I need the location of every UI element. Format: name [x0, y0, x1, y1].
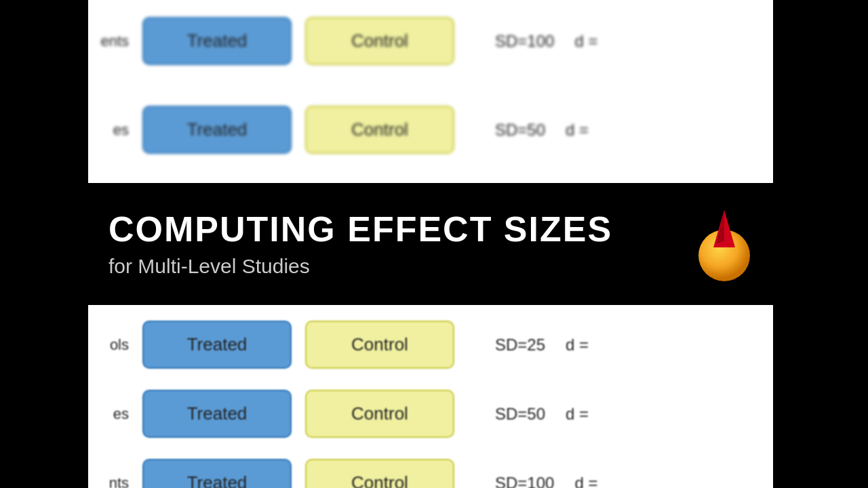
bottom-row-1: ols Treated Control SD=25 d = — [88, 315, 868, 374]
top-row-2-sd: SD=50 — [495, 121, 545, 140]
bottom-row-2: es Treated Control SD=50 d = — [88, 384, 868, 443]
top-section: ents Treated Control SD=100 d = es Treat… — [0, 0, 868, 183]
screen: ents Treated Control SD=100 d = es Treat… — [0, 0, 868, 488]
top-row-1-treated: Treated — [142, 17, 292, 65]
bottom-row-2-control: Control — [305, 390, 454, 438]
top-content: ents Treated Control SD=100 d = es Treat… — [88, 0, 868, 183]
top-row-2-treated: Treated — [142, 106, 292, 154]
top-row-1-d: d = — [574, 32, 597, 51]
top-left-bar — [0, 0, 88, 183]
top-row-2: es Treated Control SD=50 d = — [88, 99, 868, 161]
bottom-row-2-treated: Treated — [142, 390, 292, 438]
bottom-row-2-d: d = — [566, 405, 589, 424]
bottom-row-3-sd: SD=100 — [495, 474, 554, 489]
top-row-2-control: Control — [305, 106, 454, 154]
bottom-row-1-sd: SD=25 — [495, 336, 545, 354]
top-row-2-label: es — [88, 121, 129, 139]
bottom-row-3-control: Control — [305, 459, 454, 488]
pin-icon — [685, 207, 760, 281]
bottom-row-1-treated: Treated — [142, 321, 292, 369]
bottom-row-3-d: d = — [574, 474, 597, 489]
top-right-bar — [773, 0, 868, 183]
bottom-row-3-label: nts — [88, 474, 129, 489]
bottom-content: ols Treated Control SD=25 d = es Treated… — [88, 305, 868, 488]
middle-banner: COMPUTING EFFECT SIZES for Multi-Level S… — [0, 183, 868, 305]
bottom-right-bar — [773, 305, 868, 488]
bottom-row-3: nts Treated Control SD=100 d = — [88, 453, 868, 488]
bottom-section: ols Treated Control SD=25 d = es Treated… — [0, 305, 868, 488]
bottom-row-2-label: es — [88, 405, 129, 423]
bottom-row-1-label: ols — [88, 336, 129, 354]
bottom-left-bar — [0, 305, 88, 488]
bottom-row-3-treated: Treated — [142, 459, 292, 488]
bottom-row-2-sd: SD=50 — [495, 405, 545, 424]
top-row-2-d: d = — [566, 121, 589, 140]
top-row-1-label: ents — [88, 33, 129, 50]
top-row-1-sd: SD=100 — [495, 32, 554, 51]
bottom-row-1-d: d = — [566, 336, 589, 354]
top-row-1: ents Treated Control SD=100 d = — [88, 10, 868, 72]
top-row-1-control: Control — [305, 17, 454, 65]
bottom-row-1-control: Control — [305, 321, 454, 369]
